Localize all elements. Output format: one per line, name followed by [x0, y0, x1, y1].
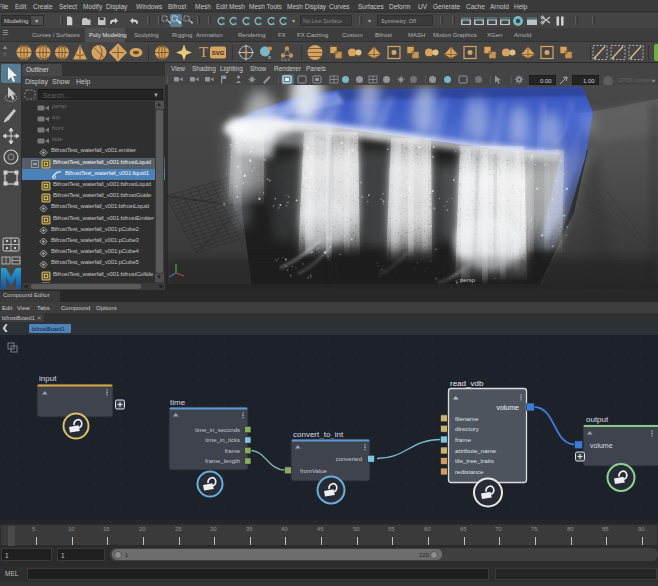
- svg-text:SVG: SVG: [212, 50, 225, 56]
- svg-text:0,0,0: 0,0,0: [281, 57, 291, 62]
- svg-text:frame: frame: [455, 436, 471, 443]
- svg-text:converted: converted: [336, 456, 362, 462]
- svg-text:convert_to_int: convert_to_int: [293, 430, 344, 439]
- svg-text:directory: directory: [455, 425, 480, 432]
- svg-text:persp: persp: [460, 277, 476, 283]
- svg-text:tile_tree_traits: tile_tree_traits: [455, 457, 494, 464]
- svg-text:time: time: [170, 398, 186, 407]
- svg-text:attribute_name: attribute_name: [455, 447, 497, 454]
- svg-text:frame_length: frame_length: [205, 458, 240, 464]
- svg-text:volume: volume: [590, 442, 613, 449]
- svg-text:input: input: [39, 374, 57, 383]
- svg-text:redistance: redistance: [455, 468, 484, 475]
- svg-text:x: x: [268, 54, 271, 60]
- svg-text:output: output: [586, 415, 609, 424]
- svg-text:time_in_seconds: time_in_seconds: [195, 427, 240, 433]
- svg-text:filename: filename: [455, 415, 479, 422]
- svg-text:volume: volume: [496, 404, 519, 411]
- svg-text:read_vdb: read_vdb: [450, 379, 484, 388]
- svg-text:fromValue: fromValue: [300, 468, 328, 474]
- svg-text:frame: frame: [225, 448, 241, 454]
- svg-text:T: T: [199, 44, 208, 60]
- svg-text:time_in_ticks: time_in_ticks: [205, 437, 240, 443]
